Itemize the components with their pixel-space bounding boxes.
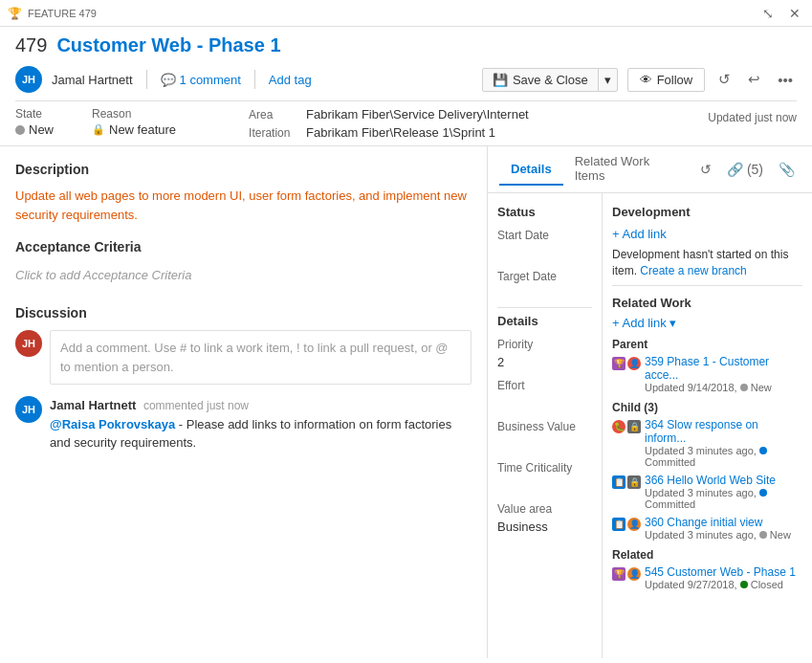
child-366-name[interactable]: 366 Hello World Web Site	[645, 474, 802, 487]
description-section: Description Update all web pages to more…	[15, 162, 472, 224]
comment-input[interactable]: Add a comment. Use # to link a work item…	[50, 330, 472, 385]
status-dot	[740, 384, 748, 391]
child-366-meta: Updated 3 minutes ago, Committed	[645, 487, 802, 510]
mention[interactable]: @Raisa Pokrovskaya	[50, 417, 175, 431]
work-item-name: Customer Web - Phase 1	[56, 34, 280, 56]
left-panel: Description Update all web pages to more…	[0, 146, 488, 658]
content-area: Description Update all web pages to more…	[0, 146, 812, 658]
child-item-360: 📋 👤 360 Change initial view Updated 3 mi…	[612, 516, 802, 541]
dropdown-arrow: ▾	[669, 316, 676, 330]
parent-item-meta: Updated 9/14/2018, New	[645, 382, 802, 393]
follow-button[interactable]: 👁 Follow	[627, 68, 706, 92]
work-item-title: 479 Customer Web - Phase 1	[15, 34, 797, 56]
feature-icon: 🏆	[8, 7, 22, 20]
effort-label: Effort	[497, 379, 592, 392]
comment-placeholder: Add a comment. Use # to link a work item…	[60, 339, 461, 376]
related-545-icons: 🏆 👤	[612, 567, 641, 581]
child-360-icons: 📋 👤	[612, 518, 641, 531]
dev-add-link-button[interactable]: + Add link	[612, 227, 667, 241]
child-360-info: 360 Change initial view Updated 3 minute…	[645, 516, 802, 541]
tabs-bar: Details Related Work Items ↺ 🔗 (5) 📎	[488, 146, 812, 193]
save-close-button[interactable]: 💾 Save & Close ▾	[482, 68, 618, 92]
reason-value: 🔒 New feature	[92, 122, 176, 137]
child-360-name[interactable]: 360 Change initial view	[645, 516, 802, 529]
child-364-name[interactable]: 364 Slow response on inform...	[645, 418, 802, 445]
minimize-button[interactable]: ⤡	[758, 4, 778, 23]
child-label: Child (3)	[612, 401, 802, 414]
acceptance-placeholder[interactable]: Click to add Acceptance Criteria	[15, 264, 472, 286]
title-bar: 🏆 FEATURE 479 ⤡ ✕	[0, 0, 812, 27]
acceptance-criteria-section: Acceptance Criteria Click to add Accepta…	[15, 239, 472, 286]
user-icon: 👤	[627, 357, 641, 370]
child-366-info: 366 Hello World Web Site Updated 3 minut…	[645, 474, 802, 510]
business-value-label: Business Value	[497, 420, 592, 433]
work-item-number: 479	[15, 34, 47, 56]
task-icon2: 📋	[612, 518, 625, 531]
dev-note: Development hasn't started on this item.…	[612, 247, 802, 279]
priority-value: 2	[497, 355, 592, 369]
task-icon: 📋	[612, 475, 625, 489]
related-label: Related	[612, 548, 802, 562]
save-close-main[interactable]: 💾 Save & Close	[483, 69, 598, 91]
commenter-avatar: JH	[15, 396, 42, 423]
status-dot4	[740, 581, 748, 588]
child-364-info: 364 Slow response on inform... Updated 3…	[645, 418, 802, 468]
related-add-link-button[interactable]: + Add link ▾	[612, 316, 676, 330]
child-364-icons: 🐛 🔒	[612, 420, 641, 433]
reason-label: Reason	[92, 107, 176, 121]
refresh-button[interactable]: ↺	[714, 67, 735, 92]
related-545-name[interactable]: 545 Customer Web - Phase 1	[645, 565, 802, 579]
parent-item-name[interactable]: 359 Phase 1 - Customer acce...	[645, 355, 802, 382]
related-item-545: 🏆 👤 545 Customer Web - Phase 1 Updated 9…	[612, 565, 802, 590]
dev-title: Development	[612, 205, 802, 219]
child-360-meta: Updated 3 minutes ago, New	[645, 529, 802, 541]
status-dot3	[759, 531, 767, 539]
priority-label: Priority	[497, 338, 592, 351]
tab-icons: ↺ 🔗 (5) 📎	[694, 158, 801, 181]
description-text[interactable]: Update all web pages to more modern UI, …	[15, 187, 472, 224]
add-tag-button[interactable]: Add tag	[269, 73, 312, 87]
avatar: JH	[15, 66, 42, 93]
history-button[interactable]: ↺	[694, 158, 717, 181]
more-button[interactable]: •••	[774, 68, 797, 92]
state-group: State New	[15, 107, 92, 137]
child-364-meta: Updated 3 minutes ago, Committed	[645, 445, 802, 468]
close-button[interactable]: ✕	[785, 4, 804, 23]
bug-icon: 🐛	[612, 420, 625, 433]
create-branch-link[interactable]: Create a new branch	[640, 264, 746, 277]
comment-meta: commented just now	[143, 399, 249, 412]
title-bar-left: 🏆 FEATURE 479	[8, 7, 97, 20]
follow-label: Follow	[657, 73, 693, 87]
comment-button[interactable]: 💬 1 comment	[161, 73, 241, 87]
state-label: State	[15, 107, 77, 121]
start-date-label: Start Date	[497, 229, 592, 242]
details-title: Details	[497, 314, 592, 328]
status-column: Status Start Date Target Date Details Pr…	[488, 193, 603, 658]
comment-count: 1 comment	[180, 73, 241, 87]
effort-value	[497, 396, 592, 410]
area-iteration-group: Area Fabrikam Fiber\Service Delivery\Int…	[191, 107, 708, 140]
parent-label: Parent	[612, 338, 802, 351]
description-title: Description	[15, 162, 472, 177]
save-icon: 💾	[493, 73, 508, 87]
target-date-label: Target Date	[497, 270, 592, 283]
save-close-dropdown[interactable]: ▾	[598, 69, 617, 91]
title-bar-title: FEATURE 479	[28, 8, 97, 19]
attachments-button[interactable]: 📎	[773, 158, 801, 181]
area-label: Area	[249, 108, 306, 122]
status-title: Status	[497, 205, 592, 219]
links-button[interactable]: 🔗 (5)	[721, 158, 769, 181]
iteration-label: Iteration	[249, 126, 306, 140]
tab-related-work-items[interactable]: Related Work Items	[563, 146, 694, 192]
separator2	[254, 70, 255, 89]
child-item-364: 🐛 🔒 364 Slow response on inform... Updat…	[612, 418, 802, 468]
divider2	[612, 285, 802, 286]
state-dot	[15, 125, 25, 135]
title-bar-right: ⤡ ✕	[758, 4, 804, 23]
main-header: 479 Customer Web - Phase 1 JH Jamal Hart…	[0, 27, 812, 146]
right-content: Status Start Date Target Date Details Pr…	[488, 193, 812, 658]
undo-button[interactable]: ↩	[744, 67, 764, 92]
related-work-title: Related Work	[612, 296, 802, 310]
tab-details[interactable]: Details	[499, 154, 563, 186]
right-panel: Details Related Work Items ↺ 🔗 (5) 📎 Sta…	[488, 146, 812, 658]
